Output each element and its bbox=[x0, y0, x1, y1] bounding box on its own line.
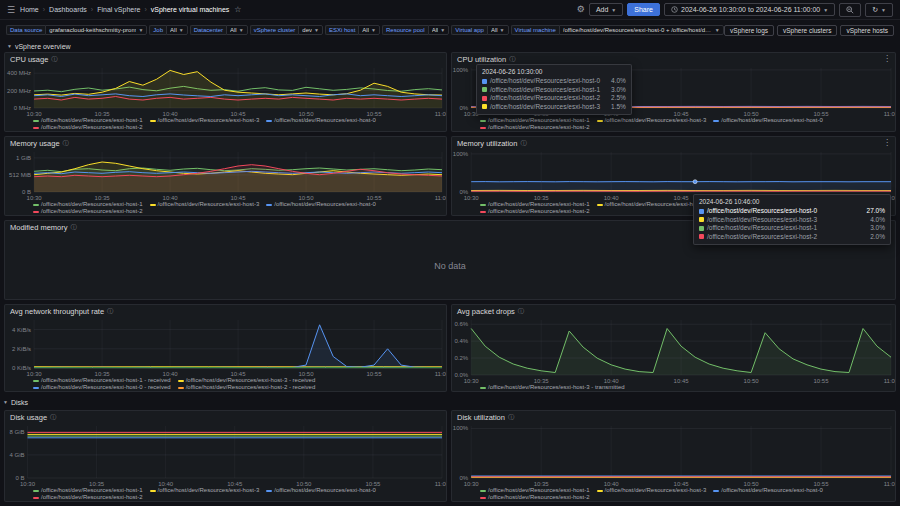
panel-menu-icon[interactable]: ⋮ bbox=[883, 54, 891, 64]
variable-job[interactable]: JobAll▼ bbox=[149, 25, 187, 35]
legend-item[interactable]: /office/host/dev/Resources/esxi-host-1 bbox=[480, 201, 590, 208]
legend-item[interactable]: /office/host/dev/Resources/esxi-host-3 -… bbox=[480, 384, 625, 391]
legend-item[interactable]: /office/host/dev/Resources/esxi-host-1 bbox=[33, 117, 143, 124]
menu-icon[interactable]: ☰ bbox=[7, 5, 15, 15]
panel-cpu-usage: CPU usage ⓘ 0 MHz200 MHz400 MHz10:3010:3… bbox=[4, 52, 447, 132]
panel-header[interactable]: Disk utilization ⓘ bbox=[452, 411, 895, 423]
legend-item[interactable]: /office/host/dev/Resources/esxi-host-2 bbox=[480, 124, 590, 131]
variable-datacenter[interactable]: DatacenterAll▼ bbox=[190, 25, 248, 35]
legend-item[interactable]: /office/host/dev/Resources/esxi-host-3 bbox=[150, 117, 260, 124]
variable-esxi-host[interactable]: ESXi hostAll▼ bbox=[325, 25, 380, 35]
panel-header[interactable]: CPU usage ⓘ bbox=[5, 53, 446, 65]
panel-title[interactable]: Avg packet drops bbox=[457, 307, 515, 316]
legend-item[interactable]: /office/host/dev/Resources/esxi-host-2 -… bbox=[178, 384, 316, 391]
vsphere-hosts-button[interactable]: vSphere hosts bbox=[840, 25, 894, 36]
panel-header[interactable]: Avg network throughput rate ⓘ bbox=[5, 305, 446, 317]
breadcrumb-dashboards[interactable]: Dashboards bbox=[49, 6, 87, 13]
panel-header[interactable]: Avg packet drops ⓘ bbox=[452, 305, 895, 317]
panel-memory-usage: Memory usage ⓘ 0 B512 MiB1 GiB10:3010:35… bbox=[4, 136, 447, 216]
tooltip-memory-utilization: 2024-06-26 10:46:00/office/host/dev/Reso… bbox=[693, 194, 891, 245]
variable-virtual-machine[interactable]: Virtual machine/office/host/dev/Resource… bbox=[511, 25, 724, 35]
variable-value-dropdown[interactable]: grafanacloud-keithschmitty-prom▼ bbox=[45, 25, 147, 35]
vsphere-clusters-button[interactable]: vSphere clusters bbox=[777, 25, 837, 36]
star-icon[interactable]: ☆ bbox=[234, 5, 241, 14]
variable-virtual-app[interactable]: Virtual appAll▼ bbox=[451, 25, 508, 35]
cpu-usage-chart[interactable]: 0 MHz200 MHz400 MHz10:3010:3510:4010:451… bbox=[5, 65, 446, 117]
legend-item[interactable]: /office/host/dev/Resources/esxi-host-0 bbox=[266, 487, 376, 494]
series-swatch bbox=[480, 211, 486, 213]
panel-title[interactable]: Disk usage bbox=[10, 413, 47, 422]
variable-value-dropdown[interactable]: All▼ bbox=[166, 25, 188, 35]
variable-data-source[interactable]: Data sourcegrafanacloud-keithschmitty-pr… bbox=[6, 25, 147, 35]
legend-item[interactable]: /office/host/dev/Resources/esxi-host-0 bbox=[713, 487, 823, 494]
panel-title[interactable]: CPU utilization bbox=[457, 55, 506, 64]
legend-item[interactable]: /office/host/dev/Resources/esxi-host-0 bbox=[713, 117, 823, 124]
legend-item[interactable]: /office/host/dev/Resources/esxi-host-2 bbox=[33, 208, 143, 215]
svg-text:10:55: 10:55 bbox=[367, 111, 383, 117]
variable-value-dropdown[interactable]: All▼ bbox=[428, 25, 450, 35]
variable-resource-pool[interactable]: Resource poolAll▼ bbox=[382, 25, 449, 35]
variable-value-dropdown[interactable]: All▼ bbox=[226, 25, 248, 35]
share-button[interactable]: Share bbox=[627, 3, 660, 16]
panel-header[interactable]: Disk usage ⓘ bbox=[5, 411, 446, 423]
memory-usage-chart[interactable]: 0 B512 MiB1 GiB10:3010:3510:4010:4510:50… bbox=[5, 149, 446, 201]
svg-text:10:45: 10:45 bbox=[674, 195, 690, 201]
legend-item[interactable]: /office/host/dev/Resources/esxi-host-2 bbox=[33, 124, 143, 131]
refresh-button[interactable]: ↻ ▼ bbox=[865, 3, 893, 17]
legend-item[interactable]: /office/host/dev/Resources/esxi-host-2 bbox=[33, 494, 143, 501]
legend-item[interactable]: /office/host/dev/Resources/esxi-host-3 -… bbox=[178, 377, 316, 384]
svg-text:1 GiB: 1 GiB bbox=[16, 155, 31, 161]
panel-menu-icon[interactable]: ⋮ bbox=[883, 138, 891, 148]
legend-item[interactable]: /office/host/dev/Resources/esxi-host-3 bbox=[150, 487, 260, 494]
series-swatch bbox=[266, 204, 272, 206]
legend-item[interactable]: /office/host/dev/Resources/esxi-host-0 bbox=[266, 201, 376, 208]
variable-value-dropdown[interactable]: dev▼ bbox=[298, 25, 323, 35]
svg-text:10:30: 10:30 bbox=[464, 481, 480, 487]
breadcrumb-home[interactable]: Home bbox=[20, 6, 39, 13]
variable-value-dropdown[interactable]: All▼ bbox=[358, 25, 380, 35]
legend-item[interactable]: /office/host/dev/Resources/esxi-host-3 bbox=[150, 201, 260, 208]
panel-title[interactable]: Avg network throughput rate bbox=[10, 307, 104, 316]
series-swatch bbox=[713, 120, 719, 122]
info-icon: ⓘ bbox=[518, 307, 524, 316]
legend-item[interactable]: /office/host/dev/Resources/esxi-host-3 bbox=[597, 117, 707, 124]
breadcrumb-folder[interactable]: Final vSphere bbox=[97, 6, 140, 13]
series-swatch bbox=[482, 104, 487, 109]
panel-header[interactable]: Memory utilization ⓘ bbox=[452, 137, 895, 149]
legend-item[interactable]: /office/host/dev/Resources/esxi-host-2 bbox=[480, 494, 590, 501]
panel-title[interactable]: Disk utilization bbox=[457, 413, 505, 422]
add-button[interactable]: Add▼ bbox=[589, 3, 623, 16]
packet-drops-chart[interactable]: 0.0%0.2%0.4%0.6%10:3010:3510:4010:4510:5… bbox=[452, 317, 895, 384]
info-icon: ⓘ bbox=[71, 223, 77, 232]
legend-item[interactable]: /office/host/dev/Resources/esxi-host-3 bbox=[597, 487, 707, 494]
network-throughput-chart[interactable]: 0 KiB/s2 KiB/s4 KiB/s10:3010:3510:4010:4… bbox=[5, 317, 446, 377]
chevron-down-icon: ▼ bbox=[3, 399, 8, 405]
legend-item[interactable]: /office/host/dev/Resources/esxi-host-1 bbox=[33, 487, 143, 494]
variable-value-dropdown[interactable]: All▼ bbox=[487, 25, 509, 35]
panel-title[interactable]: Memory usage bbox=[10, 139, 60, 148]
variable-value-dropdown[interactable]: /office/host/dev/Resources/esxi-host-0 +… bbox=[559, 25, 724, 35]
row-vsphere-overview[interactable]: ▼ vSphere overview bbox=[0, 40, 900, 52]
legend-item[interactable]: /office/host/dev/Resources/esxi-host-2 bbox=[480, 208, 590, 215]
legend-item[interactable]: /office/host/dev/Resources/esxi-host-0 bbox=[266, 117, 376, 124]
legend-item[interactable]: /office/host/dev/Resources/esxi-host-3 bbox=[597, 201, 707, 208]
disk-usage-chart[interactable]: 0 B4 GiB8 GiB10:3010:3510:4010:4510:5010… bbox=[5, 423, 446, 487]
legend-item[interactable]: /office/host/dev/Resources/esxi-host-0 -… bbox=[33, 384, 171, 391]
vsphere-logs-button[interactable]: vSphere logs bbox=[724, 25, 774, 36]
panel-title[interactable]: Modified memory bbox=[10, 223, 68, 232]
legend-item[interactable]: /office/host/dev/Resources/esxi-host-1 bbox=[480, 117, 590, 124]
panel-title[interactable]: Memory utilization bbox=[457, 139, 517, 148]
legend-item[interactable]: /office/host/dev/Resources/esxi-host-1 bbox=[480, 487, 590, 494]
disk-utilization-chart[interactable]: 0%100%10:3010:3510:4010:4510:5010:5511:0… bbox=[452, 423, 895, 487]
variable-vsphere-cluster[interactable]: vSphere clusterdev▼ bbox=[250, 25, 323, 35]
time-range-picker[interactable]: 2024-06-26 10:30:00 to 2024-06-26 11:00:… bbox=[664, 3, 835, 16]
legend-item[interactable]: /office/host/dev/Resources/esxi-host-1 -… bbox=[33, 377, 171, 384]
panel-title[interactable]: CPU usage bbox=[10, 55, 48, 64]
zoom-out-button[interactable] bbox=[839, 3, 861, 17]
legend-item[interactable]: /office/host/dev/Resources/esxi-host-1 bbox=[33, 201, 143, 208]
panel-header[interactable]: Memory usage ⓘ bbox=[5, 137, 446, 149]
row-disks[interactable]: ▼ Disks bbox=[0, 396, 31, 408]
chevron-down-icon: ▼ bbox=[7, 43, 12, 49]
series-swatch bbox=[178, 380, 184, 382]
gear-icon[interactable]: ⚙ bbox=[577, 5, 585, 14]
